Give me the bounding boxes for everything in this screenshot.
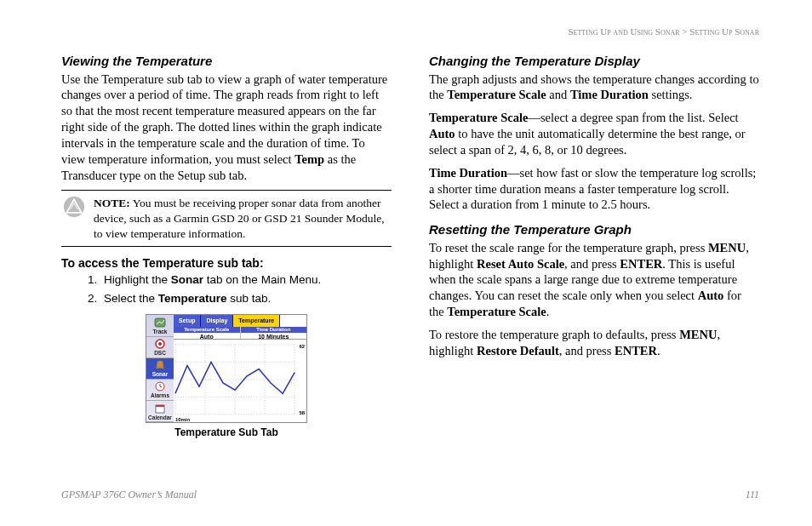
temperature-chart: 625810min <box>174 340 306 423</box>
page-number: 111 <box>746 489 759 502</box>
paragraph-changing: The graph adjusts and shows the temperat… <box>429 71 759 104</box>
svg-text:62: 62 <box>299 343 305 348</box>
paragraph-temp-scale: Temperature Scale—select a degree span f… <box>429 110 759 158</box>
breadcrumb-page: Setting Up Sonar <box>689 26 759 37</box>
tab-temperature[interactable]: Temperature <box>233 315 280 326</box>
svg-point-3 <box>158 342 162 346</box>
note-box: NOTE: You must be receiving proper sonar… <box>61 190 392 247</box>
side-tab-alarms[interactable]: Alarms <box>146 380 174 401</box>
track-icon <box>154 317 166 328</box>
note-label: NOTE: <box>94 197 130 209</box>
breadcrumb-section: Setting Up and Using Sonar <box>568 26 679 37</box>
sub-tabs: Setup Display Temperature <box>174 315 306 326</box>
side-tab-track[interactable]: Track <box>146 315 174 336</box>
temp-keyword: Temp <box>294 152 324 166</box>
paragraph-time-duration: Time Duration—set how fast or slow the t… <box>429 165 759 214</box>
paragraph-viewing: Use the Temperature sub tab to view a gr… <box>61 71 392 184</box>
dsc-icon <box>154 339 166 349</box>
tab-display[interactable]: Display <box>201 315 233 326</box>
side-tab-calendar[interactable]: Calendar <box>146 401 174 422</box>
left-column: Viewing the Temperature Use the Temperat… <box>61 53 392 472</box>
steps-list: Highlight the Sonar tab on the Main Menu… <box>61 272 392 306</box>
breadcrumb: Setting Up and Using Sonar > Setting Up … <box>568 26 759 37</box>
note-icon <box>63 196 85 218</box>
paragraph-reset-1: To reset the scale range for the tempera… <box>429 240 759 320</box>
right-column: Changing the Temperature Display The gra… <box>429 53 759 472</box>
setting-time-duration[interactable]: Time Duration 10 Minutes <box>241 327 307 339</box>
paragraph-reset-2: To restore the temperature graph to defa… <box>429 327 759 359</box>
svg-rect-6 <box>156 405 164 407</box>
step-1: Highlight the Sonar tab on the Main Menu… <box>100 272 392 288</box>
step-2: Select the Temperature sub tab. <box>100 291 392 306</box>
sonar-icon <box>154 360 166 370</box>
embedded-screenshot: Track DSC Sonar Alarms <box>61 314 392 440</box>
svg-text:58: 58 <box>299 409 305 415</box>
breadcrumb-sep: > <box>682 26 687 37</box>
screenshot-caption: Temperature Sub Tab <box>61 426 392 440</box>
time-duration-label: Time Duration <box>429 166 507 180</box>
access-heading: To access the Temperature sub tab: <box>61 255 392 271</box>
heading-changing: Changing the Temperature Display <box>429 53 759 70</box>
temp-scale-label: Temperature Scale <box>429 111 528 124</box>
side-tab-sonar[interactable]: Sonar <box>146 358 174 380</box>
svg-text:10min: 10min <box>175 416 190 421</box>
footer-title: GPSMAP 376C Owner’s Manual <box>61 489 197 502</box>
heading-viewing: Viewing the Temperature <box>61 53 392 70</box>
alarms-icon <box>154 381 166 392</box>
note-text: NOTE: You must be receiving proper sonar… <box>94 196 390 241</box>
tab-setup[interactable]: Setup <box>174 315 201 326</box>
side-tab-dsc[interactable]: DSC <box>146 337 174 358</box>
calendar-icon <box>154 403 166 414</box>
setting-temp-scale[interactable]: Temperature Scale Auto <box>174 327 241 339</box>
heading-reset: Resetting the Temperature Graph <box>429 221 759 238</box>
device-screen: Track DSC Sonar Alarms <box>146 314 307 423</box>
side-tabs: Track DSC Sonar Alarms <box>146 315 174 422</box>
